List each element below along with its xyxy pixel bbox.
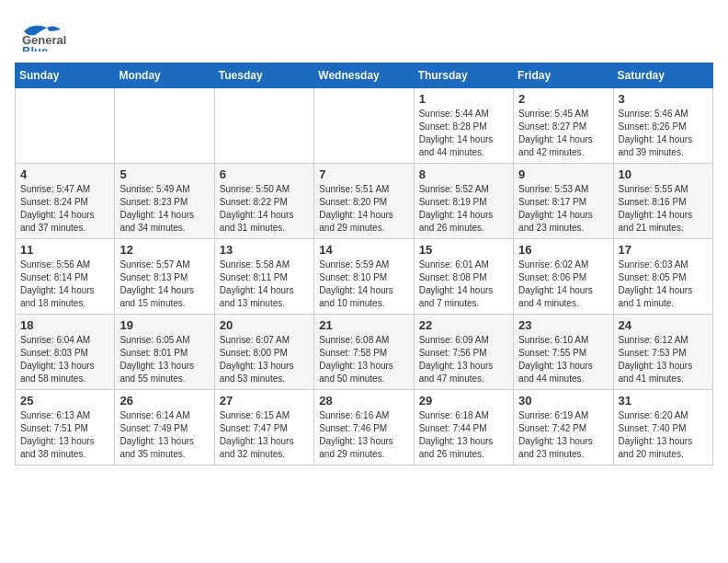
day-info: Sunrise: 5:50 AM Sunset: 8:22 PM Dayligh… xyxy=(220,183,309,235)
day-number: 11 xyxy=(20,243,109,257)
calendar-cell xyxy=(16,88,115,164)
calendar-week-row: 25Sunrise: 6:13 AM Sunset: 7:51 PM Dayli… xyxy=(16,390,713,465)
day-info: Sunrise: 5:59 AM Sunset: 8:10 PM Dayligh… xyxy=(319,259,408,310)
day-info: Sunrise: 6:15 AM Sunset: 7:47 PM Dayligh… xyxy=(220,409,309,461)
calendar-cell: 20Sunrise: 6:07 AM Sunset: 8:00 PM Dayli… xyxy=(214,315,313,390)
day-info: Sunrise: 5:47 AM Sunset: 8:24 PM Dayligh… xyxy=(20,183,109,235)
day-number: 5 xyxy=(119,167,209,181)
day-info: Sunrise: 6:18 AM Sunset: 7:44 PM Dayligh… xyxy=(419,409,508,461)
calendar-cell: 23Sunrise: 6:10 AM Sunset: 7:55 PM Dayli… xyxy=(514,315,613,390)
weekday-header: Sunday xyxy=(16,63,115,88)
calendar-week-row: 1Sunrise: 5:44 AM Sunset: 8:28 PM Daylig… xyxy=(16,88,713,164)
calendar-cell: 4Sunrise: 5:47 AM Sunset: 8:24 PM Daylig… xyxy=(16,164,115,239)
day-number: 14 xyxy=(319,243,408,257)
page-header: General Blue xyxy=(15,15,713,52)
day-info: Sunrise: 5:46 AM Sunset: 8:26 PM Dayligh… xyxy=(619,108,708,159)
calendar-cell: 8Sunrise: 5:52 AM Sunset: 8:19 PM Daylig… xyxy=(414,164,513,239)
calendar-cell: 14Sunrise: 5:59 AM Sunset: 8:10 PM Dayli… xyxy=(314,239,414,315)
calendar-cell: 25Sunrise: 6:13 AM Sunset: 7:51 PM Dayli… xyxy=(16,390,115,465)
calendar-cell: 24Sunrise: 6:12 AM Sunset: 7:53 PM Dayli… xyxy=(613,315,712,390)
day-number: 30 xyxy=(518,394,608,408)
day-info: Sunrise: 6:08 AM Sunset: 7:58 PM Dayligh… xyxy=(319,334,408,385)
calendar-cell xyxy=(115,88,214,164)
day-number: 24 xyxy=(619,318,708,332)
calendar-week-row: 18Sunrise: 6:04 AM Sunset: 8:03 PM Dayli… xyxy=(16,315,713,390)
day-info: Sunrise: 5:56 AM Sunset: 8:14 PM Dayligh… xyxy=(20,259,109,310)
day-info: Sunrise: 6:07 AM Sunset: 8:00 PM Dayligh… xyxy=(220,334,309,385)
day-number: 20 xyxy=(220,318,309,332)
day-info: Sunrise: 6:14 AM Sunset: 7:49 PM Dayligh… xyxy=(119,409,209,461)
day-number: 12 xyxy=(119,243,209,257)
day-number: 23 xyxy=(518,318,608,332)
calendar-header: SundayMondayTuesdayWednesdayThursdayFrid… xyxy=(16,63,713,88)
day-info: Sunrise: 5:52 AM Sunset: 8:19 PM Dayligh… xyxy=(419,183,508,235)
day-number: 17 xyxy=(619,243,708,257)
day-info: Sunrise: 6:05 AM Sunset: 8:01 PM Dayligh… xyxy=(119,334,209,385)
calendar-cell: 12Sunrise: 5:57 AM Sunset: 8:13 PM Dayli… xyxy=(115,239,214,315)
calendar-cell: 6Sunrise: 5:50 AM Sunset: 8:22 PM Daylig… xyxy=(214,164,313,239)
day-number: 8 xyxy=(419,167,508,181)
logo-svg: General Blue xyxy=(15,15,116,52)
calendar-cell: 21Sunrise: 6:08 AM Sunset: 7:58 PM Dayli… xyxy=(314,315,414,390)
day-number: 21 xyxy=(319,318,408,332)
day-number: 26 xyxy=(119,394,209,408)
weekday-header: Friday xyxy=(514,63,613,88)
day-info: Sunrise: 5:57 AM Sunset: 8:13 PM Dayligh… xyxy=(119,259,209,310)
day-number: 9 xyxy=(518,167,608,181)
day-info: Sunrise: 6:12 AM Sunset: 7:53 PM Dayligh… xyxy=(619,334,708,385)
calendar-cell: 10Sunrise: 5:55 AM Sunset: 8:16 PM Dayli… xyxy=(613,164,712,239)
calendar-cell: 18Sunrise: 6:04 AM Sunset: 8:03 PM Dayli… xyxy=(16,315,115,390)
calendar-cell: 16Sunrise: 6:02 AM Sunset: 8:06 PM Dayli… xyxy=(514,239,613,315)
calendar-cell: 22Sunrise: 6:09 AM Sunset: 7:56 PM Dayli… xyxy=(414,315,513,390)
day-number: 15 xyxy=(419,243,508,257)
calendar-cell: 29Sunrise: 6:18 AM Sunset: 7:44 PM Dayli… xyxy=(414,390,513,465)
calendar-cell: 28Sunrise: 6:16 AM Sunset: 7:46 PM Dayli… xyxy=(314,390,414,465)
calendar-cell: 2Sunrise: 5:45 AM Sunset: 8:27 PM Daylig… xyxy=(514,88,613,164)
day-number: 28 xyxy=(319,394,408,408)
day-info: Sunrise: 6:10 AM Sunset: 7:55 PM Dayligh… xyxy=(518,334,608,385)
calendar-cell: 17Sunrise: 6:03 AM Sunset: 8:05 PM Dayli… xyxy=(613,239,712,315)
day-number: 2 xyxy=(518,92,608,106)
day-number: 27 xyxy=(220,394,309,408)
calendar-cell xyxy=(214,88,313,164)
day-number: 6 xyxy=(220,167,309,181)
day-number: 4 xyxy=(20,167,109,181)
day-info: Sunrise: 6:09 AM Sunset: 7:56 PM Dayligh… xyxy=(419,334,508,385)
day-info: Sunrise: 6:20 AM Sunset: 7:40 PM Dayligh… xyxy=(619,409,708,461)
day-number: 29 xyxy=(419,394,508,408)
calendar-cell: 26Sunrise: 6:14 AM Sunset: 7:49 PM Dayli… xyxy=(115,390,214,465)
calendar-cell: 13Sunrise: 5:58 AM Sunset: 8:11 PM Dayli… xyxy=(214,239,313,315)
day-info: Sunrise: 5:44 AM Sunset: 8:28 PM Dayligh… xyxy=(419,108,508,159)
calendar-cell: 31Sunrise: 6:20 AM Sunset: 7:40 PM Dayli… xyxy=(613,390,712,465)
day-info: Sunrise: 6:03 AM Sunset: 8:05 PM Dayligh… xyxy=(619,259,708,310)
weekday-header: Saturday xyxy=(613,63,712,88)
day-number: 22 xyxy=(419,318,508,332)
day-number: 10 xyxy=(619,167,708,181)
calendar-week-row: 4Sunrise: 5:47 AM Sunset: 8:24 PM Daylig… xyxy=(16,164,713,239)
weekday-header: Wednesday xyxy=(314,63,414,88)
day-info: Sunrise: 5:55 AM Sunset: 8:16 PM Dayligh… xyxy=(619,183,708,235)
day-info: Sunrise: 5:49 AM Sunset: 8:23 PM Dayligh… xyxy=(119,183,209,235)
day-number: 19 xyxy=(119,318,209,332)
day-info: Sunrise: 5:51 AM Sunset: 8:20 PM Dayligh… xyxy=(319,183,408,235)
calendar-cell: 5Sunrise: 5:49 AM Sunset: 8:23 PM Daylig… xyxy=(115,164,214,239)
day-info: Sunrise: 6:16 AM Sunset: 7:46 PM Dayligh… xyxy=(319,409,408,461)
day-info: Sunrise: 5:53 AM Sunset: 8:17 PM Dayligh… xyxy=(518,183,608,235)
day-number: 1 xyxy=(419,92,508,106)
day-info: Sunrise: 6:13 AM Sunset: 7:51 PM Dayligh… xyxy=(20,409,109,461)
calendar-cell: 3Sunrise: 5:46 AM Sunset: 8:26 PM Daylig… xyxy=(613,88,712,164)
calendar-week-row: 11Sunrise: 5:56 AM Sunset: 8:14 PM Dayli… xyxy=(16,239,713,315)
day-info: Sunrise: 5:58 AM Sunset: 8:11 PM Dayligh… xyxy=(220,259,309,310)
calendar-cell: 27Sunrise: 6:15 AM Sunset: 7:47 PM Dayli… xyxy=(214,390,313,465)
calendar-table: SundayMondayTuesdayWednesdayThursdayFrid… xyxy=(15,63,713,465)
day-info: Sunrise: 6:01 AM Sunset: 8:08 PM Dayligh… xyxy=(419,259,508,310)
weekday-header: Tuesday xyxy=(214,63,313,88)
calendar-cell xyxy=(314,88,414,164)
day-info: Sunrise: 6:04 AM Sunset: 8:03 PM Dayligh… xyxy=(20,334,109,385)
day-number: 16 xyxy=(518,243,608,257)
calendar-cell: 1Sunrise: 5:44 AM Sunset: 8:28 PM Daylig… xyxy=(414,88,513,164)
day-number: 18 xyxy=(20,318,109,332)
calendar-cell: 15Sunrise: 6:01 AM Sunset: 8:08 PM Dayli… xyxy=(414,239,513,315)
day-info: Sunrise: 6:19 AM Sunset: 7:42 PM Dayligh… xyxy=(518,409,608,461)
svg-text:Blue: Blue xyxy=(22,44,48,52)
